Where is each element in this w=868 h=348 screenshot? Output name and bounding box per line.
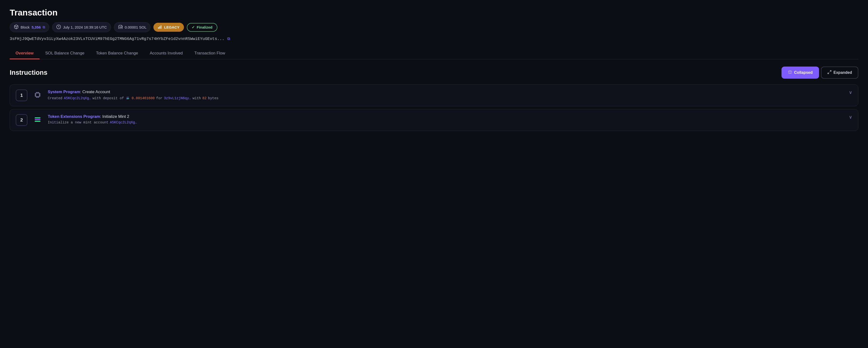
instructions-section: Instructions Collapsed [10, 67, 858, 131]
tab-accounts[interactable]: Accounts Involved [144, 48, 188, 59]
addr2-1[interactable]: 3z9vL1zjN6qy… [164, 96, 191, 100]
bytes-num-1: 82 [202, 96, 207, 100]
instruction-card-1: 1 System Program: Create Account Created… [10, 84, 858, 106]
block-label: Block [21, 25, 30, 29]
fee-badge: 0.00001 SOL [114, 22, 151, 32]
instruction-content-2: Token Extensions Program: Initialize Min… [48, 114, 844, 125]
check-icon: ✓ [192, 25, 195, 30]
instruction-title-2: Token Extensions Program: Initialize Min… [48, 114, 844, 119]
instructions-title: Instructions [10, 69, 48, 76]
page-title: Transaction [10, 8, 858, 18]
instruction-desc-1: Created A5KCqc2L2qXg… with deposit of [48, 96, 844, 101]
block-copy-icon[interactable]: ⧉ [43, 25, 45, 29]
status-badge: ✓ Finalized [187, 23, 217, 32]
block-cube-icon [14, 25, 19, 30]
type-label: LEGACY [164, 25, 179, 29]
meta-row: Block 5,356 ⧉ July 1, 2024 16:39:16 UTC … [10, 22, 858, 32]
instruction-chevron-1[interactable]: ∨ [849, 90, 852, 95]
amount-1: 0.001461600 [131, 96, 155, 100]
desc-bytes-1: with [192, 96, 201, 100]
collapse-icon [788, 70, 792, 75]
instruction-icon-1 [32, 90, 43, 100]
collapsed-label: Collapsed [794, 70, 812, 75]
program-link-1[interactable]: System Program [48, 90, 80, 94]
tab-sol-balance[interactable]: SOL Balance Change [39, 48, 90, 59]
svg-rect-3 [159, 26, 160, 29]
instruction-icon-2 [32, 114, 43, 125]
clock-icon [56, 25, 61, 30]
svg-rect-5 [36, 93, 39, 97]
instruction-title-1: System Program: Create Account [48, 90, 844, 94]
instruction-content-1: System Program: Create Account Created A… [48, 90, 844, 101]
timestamp-badge: July 1, 2024 16:39:16 UTC [52, 22, 111, 32]
svg-rect-2 [158, 27, 159, 29]
instruction-desc-2: Initialize a new mint account A5KCqc2L2q… [48, 120, 844, 125]
desc-for-1: for [156, 96, 162, 100]
program-link-2[interactable]: Token Extensions Program [48, 114, 100, 119]
tx-hash-row: 3sFHjJ9QwETdVyv3iLyXw4Azok23VLxTCUViM97h… [10, 37, 858, 41]
fee-text: 0.00001 SOL [125, 25, 147, 29]
gas-icon [118, 25, 123, 30]
desc-mid-1: with deposit of [93, 96, 124, 100]
tx-hash-value: 3sFHjJ9QwETdVyv3iLyXw4Azok23VLxTCUViM97h… [10, 37, 224, 41]
collapsed-view-button[interactable]: Collapsed [781, 67, 819, 79]
tab-token-balance[interactable]: Token Balance Change [90, 48, 144, 59]
expanded-view-button[interactable]: Expanded [821, 67, 858, 79]
instruction-num-2: 2 [16, 114, 27, 126]
tabs-row: Overview SOL Balance Change Token Balanc… [10, 48, 858, 59]
instructions-header: Instructions Collapsed [10, 67, 858, 79]
tab-flow[interactable]: Transaction Flow [188, 48, 231, 59]
tab-overview[interactable]: Overview [10, 48, 39, 59]
action-2: : Initialize Mint 2 [100, 114, 129, 119]
action-1: : Create Account [80, 90, 110, 94]
bars-icon [158, 25, 162, 30]
bytes-label-1: bytes [208, 96, 218, 100]
addr1-1[interactable]: A5KCqc2L2qXg… [64, 96, 91, 100]
expanded-label: Expanded [834, 70, 852, 75]
view-toggle: Collapsed Expanded [781, 67, 858, 79]
timestamp-text: July 1, 2024 16:39:16 UTC [63, 25, 107, 29]
status-label: Finalized [197, 25, 213, 29]
expand-icon [827, 70, 832, 75]
addr1-2[interactable]: A5KCqc2L2qXg… [110, 120, 137, 125]
block-badge: Block 5,356 ⧉ [10, 22, 49, 32]
instruction-card-2: 2 Token Extensions Program: Initialize M… [10, 109, 858, 131]
instruction-num-1: 1 [16, 90, 27, 101]
desc-prefix-1: Created [48, 96, 62, 100]
desc-prefix-2: Initialize a new mint account [48, 120, 108, 125]
type-badge: LEGACY [153, 23, 184, 32]
tx-hash-copy-icon[interactable]: ⧉ [227, 37, 230, 41]
solana-icon-1 [125, 96, 130, 101]
svg-rect-4 [161, 26, 161, 29]
block-number[interactable]: 5,356 [31, 25, 41, 29]
instruction-chevron-2[interactable]: ∨ [849, 114, 852, 120]
